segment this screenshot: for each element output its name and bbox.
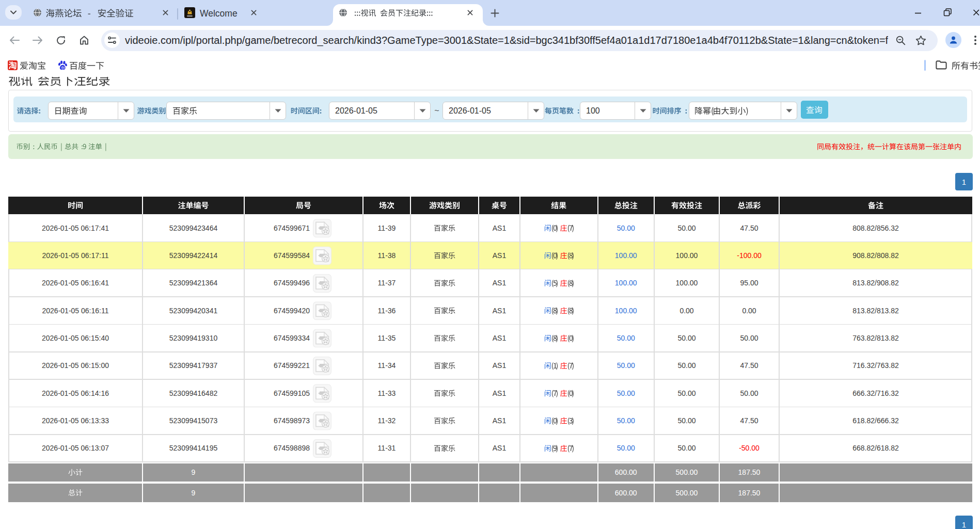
svg-text:du: du [61, 66, 65, 69]
